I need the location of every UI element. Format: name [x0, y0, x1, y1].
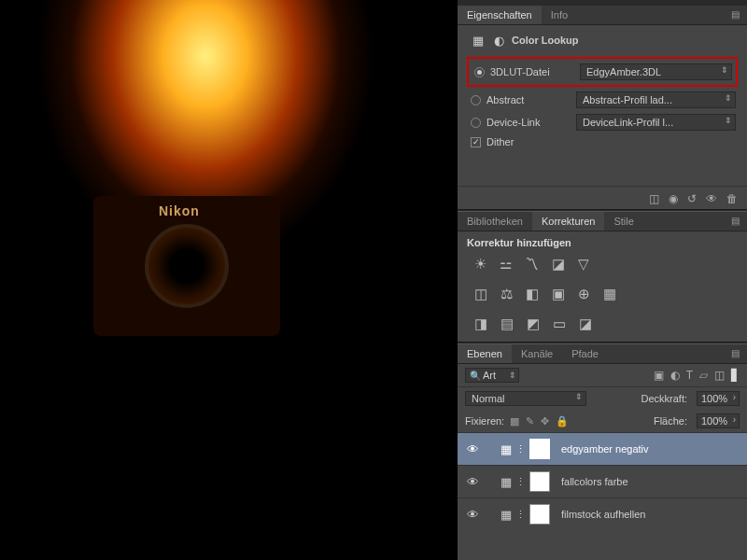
dropdown-3dlut[interactable]: EdgyAmber.3DL [580, 63, 732, 80]
lookup-grid-icon: ▦ [471, 33, 486, 48]
layer-mask-thumb[interactable] [529, 439, 550, 459]
layer-mask-thumb[interactable] [529, 471, 550, 492]
adj-selectivecolor-icon[interactable]: ◪ [579, 315, 592, 332]
checkbox-dither[interactable]: ✓ [471, 137, 481, 147]
tab-stile[interactable]: Stile [604, 212, 642, 231]
adj-colorlookup-icon[interactable]: ▦ [603, 286, 616, 302]
tab-pfade[interactable]: Pfade [562, 344, 608, 363]
properties-title: Color Lookup [512, 35, 579, 46]
layer-thumbs: ▦ ⋮ [500, 471, 550, 492]
radio-devicelink[interactable] [471, 118, 481, 128]
adjustments-tabbar: Bibliotheken Korrekturen Stile ▤ [458, 212, 747, 231]
fill-field[interactable]: 100% [697, 413, 740, 428]
layer-adjust-icon: ▦ [500, 475, 512, 489]
radio-3dlut[interactable] [474, 67, 485, 77]
adj-hue-icon[interactable]: ◫ [474, 286, 487, 302]
label-dither: Dither [486, 136, 514, 147]
adj-gradientmap-icon[interactable]: ▭ [553, 315, 566, 332]
tab-eigenschaften[interactable]: Eigenschaften [458, 6, 542, 24]
layer-visibility-icon[interactable]: 👁 [465, 442, 480, 456]
adj-vibrance-icon[interactable]: ▽ [578, 256, 589, 273]
right-panels: Eigenschaften Info ▤ ▦ ◐ Color Lookup 3D… [458, 0, 747, 560]
blend-mode-dropdown[interactable]: Normal [465, 391, 586, 406]
adjustments-panel-menu-icon[interactable]: ▤ [724, 212, 747, 231]
row-devicelink: Device-Link DeviceLink-Profil l... [467, 111, 738, 133]
layer-visibility-icon[interactable]: 👁 [465, 508, 480, 522]
layers-toolbar: 🔍 Art ▣ ◐ T ▱ ◫ ▋ [458, 364, 747, 387]
label-abstract: Abstract [486, 94, 571, 105]
adj-levels-icon[interactable]: ⚍ [500, 256, 512, 273]
adj-colorbalance-icon[interactable]: ⚖ [500, 286, 513, 302]
lock-all-icon[interactable]: 🔒 [556, 415, 569, 427]
adj-photofilter-icon[interactable]: ▣ [552, 286, 565, 302]
radio-abstract[interactable] [471, 95, 481, 105]
layer-name[interactable]: fallcolors farbe [561, 476, 628, 487]
layer-thumbs: ▦ ⋮ [500, 439, 550, 459]
adj-invert-icon[interactable]: ◨ [474, 315, 487, 332]
filter-type-icon[interactable]: T [686, 369, 693, 382]
adj-channelmixer-icon[interactable]: ⊕ [578, 286, 590, 302]
layer-row-0[interactable]: 👁 ▦ ⋮ edgyamber negativ [458, 432, 747, 465]
tab-bibliotheken[interactable]: Bibliotheken [458, 212, 532, 231]
reset-icon[interactable]: ↺ [687, 192, 697, 205]
layer-link-icon: ⋮ [515, 509, 526, 521]
adj-exposure-icon[interactable]: ◪ [552, 256, 565, 273]
layer-adjust-icon: ▦ [500, 442, 512, 456]
adj-threshold-icon[interactable]: ◩ [527, 315, 540, 332]
properties-panel-menu-icon[interactable]: ▤ [724, 6, 747, 24]
filter-toggle-icon[interactable]: ▋ [731, 369, 740, 382]
dropdown-abstract[interactable]: Abstract-Profil lad... [576, 91, 736, 108]
tab-korrekturen[interactable]: Korrekturen [532, 212, 604, 231]
label-3dlut: 3DLUT-Datei [490, 66, 574, 77]
lock-icons: ▩ ✎ ✥ 🔒 [510, 415, 569, 427]
filter-smart-icon[interactable]: ◫ [714, 369, 725, 382]
lock-position-icon[interactable]: ✥ [541, 415, 549, 427]
opacity-field[interactable]: 100% [697, 391, 740, 406]
layers-panel-menu-icon[interactable]: ▤ [724, 344, 747, 363]
adj-posterize-icon[interactable]: ▤ [500, 315, 514, 332]
view-previous-icon[interactable]: ◉ [669, 192, 678, 205]
filter-adjustment-icon[interactable]: ◐ [670, 369, 680, 382]
layer-filter-label: Art [483, 370, 496, 381]
layer-mask-thumb[interactable] [529, 504, 550, 525]
layer-visibility-icon[interactable]: 👁 [465, 475, 480, 489]
label-devicelink: Device-Link [486, 117, 571, 128]
lock-transparency-icon[interactable]: ▩ [510, 415, 519, 427]
adj-curves-icon[interactable]: 〽 [525, 256, 539, 273]
search-icon: 🔍 [470, 371, 481, 381]
lookup-mask-icon: ◐ [491, 33, 506, 48]
layer-link-icon: ⋮ [515, 443, 526, 455]
adj-brightness-icon[interactable]: ☀ [474, 256, 486, 273]
filter-shape-icon[interactable]: ▱ [699, 369, 708, 382]
document-canvas[interactable]: Nikon [0, 0, 458, 560]
lock-label: Fixieren: [465, 415, 504, 427]
layer-row-2[interactable]: 👁 ▦ ⋮ filmstock aufhellen [458, 497, 747, 530]
image-subject: Nikon [93, 196, 280, 336]
toggle-visibility-icon[interactable]: 👁 [706, 192, 717, 205]
camera-lens [145, 224, 229, 308]
opacity-label: Deckkraft: [641, 393, 687, 404]
row-3dlut: 3DLUT-Datei EdgyAmber.3DL [471, 61, 734, 83]
lock-pixels-icon[interactable]: ✎ [526, 415, 534, 427]
tab-info[interactable]: Info [542, 6, 577, 24]
tab-kanaele[interactable]: Kanäle [512, 344, 562, 363]
layer-name[interactable]: filmstock aufhellen [561, 509, 646, 520]
row-dither: ✓ Dither [467, 133, 738, 150]
filter-pixel-icon[interactable]: ▣ [654, 369, 664, 382]
blend-row: Normal Deckkraft: 100% [458, 387, 747, 410]
properties-header: ▦ ◐ Color Lookup [467, 33, 738, 48]
fill-label: Fläche: [654, 415, 687, 427]
properties-tabbar: Eigenschaften Info ▤ [458, 6, 747, 25]
dropdown-devicelink[interactable]: DeviceLink-Profil l... [576, 114, 736, 131]
layer-row-1[interactable]: 👁 ▦ ⋮ fallcolors farbe [458, 465, 747, 497]
properties-footer-icons: ◫ ◉ ↺ 👁 🗑 [458, 186, 747, 209]
row-abstract: Abstract Abstract-Profil lad... [467, 89, 738, 111]
delete-adjustment-icon[interactable]: 🗑 [726, 192, 738, 205]
layers-tabbar: Ebenen Kanäle Pfade ▤ [458, 344, 747, 364]
tab-ebenen[interactable]: Ebenen [458, 344, 512, 363]
clip-to-layer-icon[interactable]: ◫ [649, 192, 659, 205]
camera-brand: Nikon [159, 203, 200, 218]
layer-filter-dropdown[interactable]: 🔍 Art [465, 368, 519, 383]
adj-bw-icon[interactable]: ◧ [526, 286, 539, 302]
layer-name[interactable]: edgyamber negativ [561, 443, 649, 455]
